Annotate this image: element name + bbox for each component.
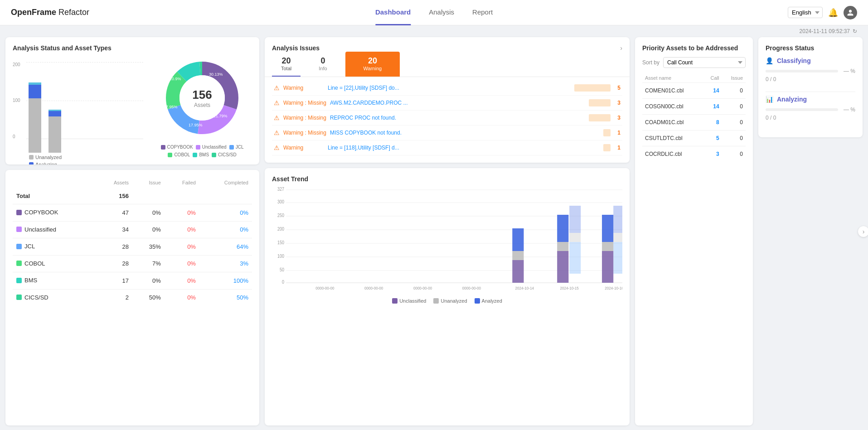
asset-issue-1: 0 (722, 83, 746, 99)
priority-row-5: COCRDLIC.cbl 3 0 (642, 146, 746, 162)
trend-legend-unanalyzed: Unanalyzed (433, 298, 467, 304)
refresh-icon[interactable]: ↻ (853, 28, 857, 34)
classifying-label: Classifying (777, 57, 811, 64)
priority-assets-title: Priority Assets to be Addressed (642, 44, 746, 52)
bar-col-1 (29, 82, 41, 153)
priority-assets-card: Priority Assets to be Addressed Sort by … (635, 37, 753, 425)
left-panel: Analysis Status and Asset Types 200 100 … (5, 37, 259, 425)
nav-report[interactable]: Report (472, 0, 493, 25)
svg-rect-41 (602, 215, 613, 242)
center-panel: Analysis Issues › 20 Total 0 Info 20 War… (265, 37, 630, 425)
issue-row-3: ⚠ Warning : Missing REPROC PROC not foun… (272, 111, 622, 126)
sort-select[interactable]: Call Count Issue Count (663, 57, 746, 68)
issue-bar-4: 1 (603, 129, 621, 136)
legend-dot-analyzing (29, 162, 34, 165)
asset-issue-2: 0 (722, 99, 746, 115)
svg-rect-40 (602, 242, 613, 251)
analysis-issues-card: Analysis Issues › 20 Total 0 Info 20 War… (265, 37, 630, 163)
svg-text:200: 200 (277, 227, 284, 232)
donut-total: 156 (192, 88, 212, 102)
svg-text:2024-10-16: 2024-10-16 (605, 286, 622, 291)
priority-col-issue: Issue (722, 73, 746, 83)
priority-row-2: COSGN00C.cbl 14 0 (642, 99, 746, 115)
svg-rect-44 (613, 206, 622, 233)
svg-text:0: 0 (282, 280, 284, 285)
issue-desc-2[interactable]: AWS.M2.CARDDEMO.PROC ... (330, 100, 585, 106)
donut-legend: COPYBOOK Unclassified JCL COBOL BMS (152, 145, 252, 157)
notification-bell-icon[interactable]: 🔔 (828, 8, 838, 18)
main-content: Analysis Status and Asset Types 200 100 … (0, 37, 868, 430)
issue-bar-fill-4 (603, 129, 611, 136)
progress-status-title: Progress Status (766, 44, 855, 52)
classifying-count: 0 / 0 (766, 76, 855, 82)
asset-call-2: 14 (703, 99, 722, 115)
timestamp-text: 2024-11-11 09:52:37 (800, 28, 850, 34)
svg-rect-38 (569, 206, 581, 233)
issue-desc-4[interactable]: MISS COPYBOOK not found. (330, 130, 600, 136)
issue-type-3: Warning : Missing (283, 115, 326, 121)
analyzing-label: Analyzing (777, 96, 807, 103)
svg-text:0000-00-00: 0000-00-00 (364, 286, 383, 291)
bar-col-2 (48, 110, 61, 153)
svg-rect-31 (512, 251, 524, 260)
total-assets: 156 (95, 188, 132, 204)
total-issue (132, 188, 165, 204)
svg-rect-43 (613, 233, 622, 242)
issues-tab-total[interactable]: 20 Total (272, 52, 301, 77)
bar-analyzing-2 (48, 111, 61, 116)
user-avatar[interactable] (844, 6, 857, 19)
table-header-row: Assets Issue Failed Completed (13, 177, 252, 188)
svg-rect-35 (557, 215, 568, 242)
issue-bar-1: 5 (574, 84, 621, 92)
warning-icon-3: ⚠ (274, 114, 280, 121)
issues-tab-info[interactable]: 0 Info (301, 52, 345, 77)
table-row: Unclassified 340% 0%0% (13, 221, 252, 238)
table-row: BMS 170% 0%100% (13, 272, 252, 290)
svg-rect-37 (569, 233, 581, 242)
issues-tab-warning[interactable]: 20 Warning (345, 52, 400, 77)
sort-label: Sort by (642, 59, 659, 66)
trend-legend-unclassified: Unclassified (392, 298, 426, 304)
issue-type-5: Warning (283, 145, 324, 151)
logo-openframe: OpenFrame (11, 8, 56, 17)
classifying-bar-bg (766, 70, 838, 72)
logo-refactor: Refactor (56, 8, 89, 17)
col-header-assets: Assets (95, 177, 132, 188)
bar-unanalyzed-2 (48, 116, 61, 153)
bar-unanalyzed-1 (29, 98, 41, 153)
trend-svg: 327 300 250 200 150 100 50 0 (272, 186, 622, 295)
issues-tabs: 20 Total 0 Info 20 Warning (265, 52, 630, 77)
issue-desc-3[interactable]: REPROC PROC not found. (330, 115, 585, 121)
progress-divider (766, 92, 855, 92)
legend-dot-unanalyzed (29, 155, 34, 159)
analysis-status-card: Analysis Status and Asset Types 200 100 … (5, 37, 259, 164)
col-header-failed: Failed (165, 177, 199, 188)
warning-icon-4: ⚠ (274, 129, 280, 136)
donut-chart-area: 156 Assets 30.13% 21.79% 17.95% 17.95% 1… (152, 57, 252, 157)
table-row: COPYBOOK 470% 0%0% (13, 204, 252, 222)
svg-rect-39 (602, 251, 613, 283)
trend-legend: Unclassified Unanalyzed Analyzed (272, 298, 622, 304)
classifying-header: 👤 Classifying (766, 57, 855, 64)
sort-row: Sort by Call Count Issue Count (642, 57, 746, 68)
progress-status-card: Progress Status 👤 Classifying — % 0 / 0 (758, 37, 863, 137)
issues-expand-icon[interactable]: › (620, 44, 622, 52)
issue-type-2: Warning : Missing (283, 100, 326, 106)
chart-area: 200 100 0 (13, 57, 252, 157)
issue-desc-5[interactable]: Line = [118],Utility [SDSF] d... (328, 145, 600, 151)
issue-desc-1[interactable]: Line = [22],Utility [SDSF] do... (328, 85, 571, 91)
classifying-icon: 👤 (766, 57, 773, 64)
svg-text:2024-10-14: 2024-10-14 (515, 286, 534, 291)
donut-legend-jcl: JCL (229, 145, 244, 150)
nav-dashboard[interactable]: Dashboard (375, 0, 411, 25)
nav-analysis[interactable]: Analysis (429, 0, 454, 25)
asset-name-4: CSUTLDTC.cbl (642, 130, 703, 146)
priority-row-4: CSUTLDTC.cbl 5 0 (642, 130, 746, 146)
y-label-0: 0 (13, 134, 20, 139)
language-select[interactable]: English (788, 7, 823, 18)
progress-expand-icon[interactable]: › (858, 226, 868, 237)
donut-legend-bms: BMS (193, 152, 209, 157)
asset-call-3: 8 (703, 115, 722, 130)
table-row: JCL 2835% 0%64% (13, 238, 252, 256)
asset-name-5: COCRDLIC.cbl (642, 146, 703, 162)
